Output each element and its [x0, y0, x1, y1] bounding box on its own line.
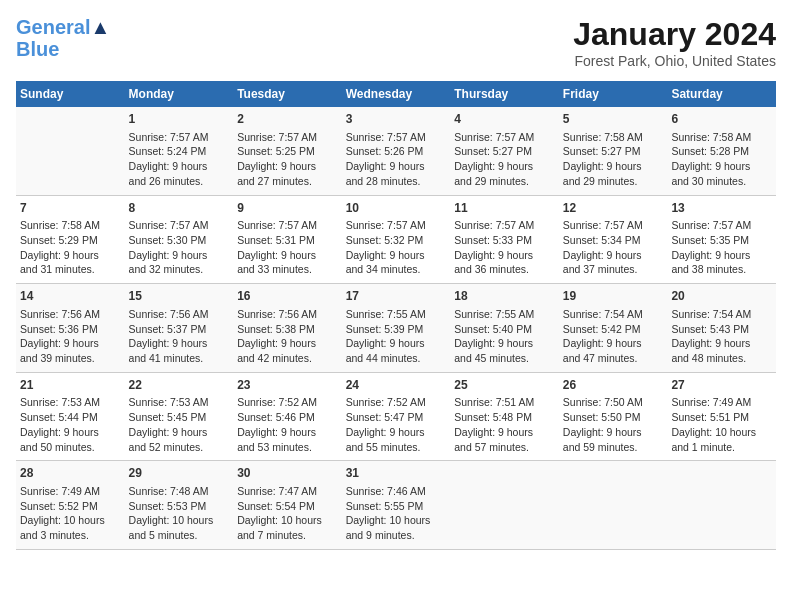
day-info: Sunrise: 7:54 AMSunset: 5:43 PMDaylight:… [671, 307, 772, 366]
day-info: Sunrise: 7:57 AMSunset: 5:30 PMDaylight:… [129, 218, 230, 277]
title-block: January 2024 Forest Park, Ohio, United S… [573, 16, 776, 69]
day-info: Sunrise: 7:50 AMSunset: 5:50 PMDaylight:… [563, 395, 664, 454]
day-number: 8 [129, 200, 230, 217]
header-row: SundayMondayTuesdayWednesdayThursdayFrid… [16, 81, 776, 107]
page-header: General▲ Blue January 2024 Forest Park, … [16, 16, 776, 69]
day-info: Sunrise: 7:47 AMSunset: 5:54 PMDaylight:… [237, 484, 338, 543]
week-row-1: 1Sunrise: 7:57 AMSunset: 5:24 PMDaylight… [16, 107, 776, 195]
day-number: 12 [563, 200, 664, 217]
day-number: 24 [346, 377, 447, 394]
day-number: 19 [563, 288, 664, 305]
calendar-cell: 10Sunrise: 7:57 AMSunset: 5:32 PMDayligh… [342, 195, 451, 284]
calendar-cell: 20Sunrise: 7:54 AMSunset: 5:43 PMDayligh… [667, 284, 776, 373]
day-info: Sunrise: 7:52 AMSunset: 5:46 PMDaylight:… [237, 395, 338, 454]
day-info: Sunrise: 7:58 AMSunset: 5:29 PMDaylight:… [20, 218, 121, 277]
week-row-4: 21Sunrise: 7:53 AMSunset: 5:44 PMDayligh… [16, 372, 776, 461]
calendar-cell [667, 461, 776, 550]
calendar-cell: 30Sunrise: 7:47 AMSunset: 5:54 PMDayligh… [233, 461, 342, 550]
calendar-cell: 24Sunrise: 7:52 AMSunset: 5:47 PMDayligh… [342, 372, 451, 461]
calendar-cell: 11Sunrise: 7:57 AMSunset: 5:33 PMDayligh… [450, 195, 559, 284]
day-info: Sunrise: 7:57 AMSunset: 5:34 PMDaylight:… [563, 218, 664, 277]
day-number: 13 [671, 200, 772, 217]
logo: General▲ Blue [16, 16, 110, 60]
calendar-cell: 12Sunrise: 7:57 AMSunset: 5:34 PMDayligh… [559, 195, 668, 284]
calendar-cell: 28Sunrise: 7:49 AMSunset: 5:52 PMDayligh… [16, 461, 125, 550]
column-header-wednesday: Wednesday [342, 81, 451, 107]
calendar-cell: 3Sunrise: 7:57 AMSunset: 5:26 PMDaylight… [342, 107, 451, 195]
day-info: Sunrise: 7:56 AMSunset: 5:37 PMDaylight:… [129, 307, 230, 366]
calendar-cell: 16Sunrise: 7:56 AMSunset: 5:38 PMDayligh… [233, 284, 342, 373]
calendar-cell: 6Sunrise: 7:58 AMSunset: 5:28 PMDaylight… [667, 107, 776, 195]
calendar-cell: 2Sunrise: 7:57 AMSunset: 5:25 PMDaylight… [233, 107, 342, 195]
day-number: 20 [671, 288, 772, 305]
day-info: Sunrise: 7:57 AMSunset: 5:25 PMDaylight:… [237, 130, 338, 189]
day-number: 26 [563, 377, 664, 394]
day-number: 2 [237, 111, 338, 128]
calendar-cell: 9Sunrise: 7:57 AMSunset: 5:31 PMDaylight… [233, 195, 342, 284]
day-info: Sunrise: 7:57 AMSunset: 5:24 PMDaylight:… [129, 130, 230, 189]
day-number: 10 [346, 200, 447, 217]
day-number: 1 [129, 111, 230, 128]
day-info: Sunrise: 7:53 AMSunset: 5:45 PMDaylight:… [129, 395, 230, 454]
day-number: 29 [129, 465, 230, 482]
day-number: 27 [671, 377, 772, 394]
calendar-cell [450, 461, 559, 550]
day-number: 22 [129, 377, 230, 394]
calendar-cell: 14Sunrise: 7:56 AMSunset: 5:36 PMDayligh… [16, 284, 125, 373]
logo-general: General [16, 16, 90, 38]
day-info: Sunrise: 7:57 AMSunset: 5:27 PMDaylight:… [454, 130, 555, 189]
day-info: Sunrise: 7:49 AMSunset: 5:52 PMDaylight:… [20, 484, 121, 543]
calendar-cell: 29Sunrise: 7:48 AMSunset: 5:53 PMDayligh… [125, 461, 234, 550]
calendar-subtitle: Forest Park, Ohio, United States [573, 53, 776, 69]
week-row-2: 7Sunrise: 7:58 AMSunset: 5:29 PMDaylight… [16, 195, 776, 284]
calendar-cell: 23Sunrise: 7:52 AMSunset: 5:46 PMDayligh… [233, 372, 342, 461]
calendar-cell: 7Sunrise: 7:58 AMSunset: 5:29 PMDaylight… [16, 195, 125, 284]
column-header-tuesday: Tuesday [233, 81, 342, 107]
day-info: Sunrise: 7:56 AMSunset: 5:38 PMDaylight:… [237, 307, 338, 366]
week-row-3: 14Sunrise: 7:56 AMSunset: 5:36 PMDayligh… [16, 284, 776, 373]
day-info: Sunrise: 7:49 AMSunset: 5:51 PMDaylight:… [671, 395, 772, 454]
calendar-cell: 15Sunrise: 7:56 AMSunset: 5:37 PMDayligh… [125, 284, 234, 373]
day-number: 9 [237, 200, 338, 217]
calendar-cell: 17Sunrise: 7:55 AMSunset: 5:39 PMDayligh… [342, 284, 451, 373]
day-number: 28 [20, 465, 121, 482]
calendar-cell: 31Sunrise: 7:46 AMSunset: 5:55 PMDayligh… [342, 461, 451, 550]
day-number: 21 [20, 377, 121, 394]
day-info: Sunrise: 7:52 AMSunset: 5:47 PMDaylight:… [346, 395, 447, 454]
day-number: 23 [237, 377, 338, 394]
calendar-table: SundayMondayTuesdayWednesdayThursdayFrid… [16, 81, 776, 550]
column-header-sunday: Sunday [16, 81, 125, 107]
day-info: Sunrise: 7:57 AMSunset: 5:35 PMDaylight:… [671, 218, 772, 277]
day-number: 5 [563, 111, 664, 128]
day-info: Sunrise: 7:57 AMSunset: 5:32 PMDaylight:… [346, 218, 447, 277]
calendar-cell [16, 107, 125, 195]
day-number: 16 [237, 288, 338, 305]
calendar-cell: 13Sunrise: 7:57 AMSunset: 5:35 PMDayligh… [667, 195, 776, 284]
day-info: Sunrise: 7:56 AMSunset: 5:36 PMDaylight:… [20, 307, 121, 366]
calendar-cell: 25Sunrise: 7:51 AMSunset: 5:48 PMDayligh… [450, 372, 559, 461]
week-row-5: 28Sunrise: 7:49 AMSunset: 5:52 PMDayligh… [16, 461, 776, 550]
calendar-cell: 26Sunrise: 7:50 AMSunset: 5:50 PMDayligh… [559, 372, 668, 461]
day-number: 15 [129, 288, 230, 305]
day-info: Sunrise: 7:46 AMSunset: 5:55 PMDaylight:… [346, 484, 447, 543]
day-info: Sunrise: 7:57 AMSunset: 5:26 PMDaylight:… [346, 130, 447, 189]
day-number: 30 [237, 465, 338, 482]
day-info: Sunrise: 7:55 AMSunset: 5:39 PMDaylight:… [346, 307, 447, 366]
calendar-cell: 5Sunrise: 7:58 AMSunset: 5:27 PMDaylight… [559, 107, 668, 195]
calendar-cell: 27Sunrise: 7:49 AMSunset: 5:51 PMDayligh… [667, 372, 776, 461]
calendar-cell: 8Sunrise: 7:57 AMSunset: 5:30 PMDaylight… [125, 195, 234, 284]
calendar-title: January 2024 [573, 16, 776, 53]
calendar-cell: 19Sunrise: 7:54 AMSunset: 5:42 PMDayligh… [559, 284, 668, 373]
day-number: 14 [20, 288, 121, 305]
logo-text: General▲ Blue [16, 16, 110, 60]
calendar-cell: 21Sunrise: 7:53 AMSunset: 5:44 PMDayligh… [16, 372, 125, 461]
day-number: 18 [454, 288, 555, 305]
day-info: Sunrise: 7:57 AMSunset: 5:33 PMDaylight:… [454, 218, 555, 277]
day-info: Sunrise: 7:58 AMSunset: 5:28 PMDaylight:… [671, 130, 772, 189]
day-info: Sunrise: 7:48 AMSunset: 5:53 PMDaylight:… [129, 484, 230, 543]
calendar-cell [559, 461, 668, 550]
day-info: Sunrise: 7:51 AMSunset: 5:48 PMDaylight:… [454, 395, 555, 454]
day-number: 17 [346, 288, 447, 305]
day-info: Sunrise: 7:55 AMSunset: 5:40 PMDaylight:… [454, 307, 555, 366]
day-info: Sunrise: 7:54 AMSunset: 5:42 PMDaylight:… [563, 307, 664, 366]
